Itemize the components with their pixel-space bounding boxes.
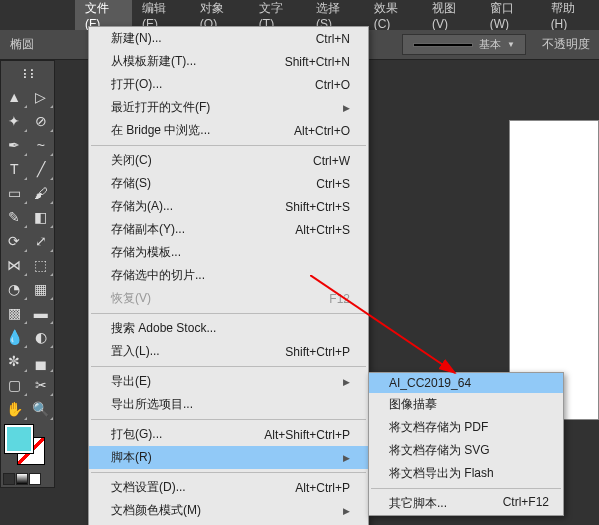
shaper-tool[interactable]: ✎ (1, 205, 28, 229)
menu-separator (91, 313, 366, 314)
file-menu-item[interactable]: 导出(E)▶ (89, 370, 368, 393)
toolbox: ⫶⫶ ▲ ▷ ✦ ⊘ ✒ ~ T ╱ ▭ 🖌 ✎ ◧ ⟳ ⤢ ⋈ ⬚ ◔ ▦ ▩… (0, 60, 55, 488)
mesh-tool[interactable]: ▩ (1, 301, 28, 325)
selection-tool[interactable]: ▲ (1, 85, 28, 109)
symbol-sprayer-tool[interactable]: ✼ (1, 349, 28, 373)
fill-color-swatch[interactable] (5, 425, 33, 453)
toolbox-grip[interactable]: ⫶⫶ (1, 61, 54, 85)
file-menu-item[interactable]: 最近打开的文件(F)▶ (89, 96, 368, 119)
file-menu-item[interactable]: 关闭(C)Ctrl+W (89, 149, 368, 172)
color-mode-icon[interactable] (3, 473, 15, 485)
opacity-label: 不透明度 (542, 36, 590, 53)
artboard-tool[interactable]: ▢ (1, 373, 28, 397)
slice-tool[interactable]: ✂ (28, 373, 55, 397)
fill-stroke-swatches[interactable] (5, 425, 50, 467)
blend-tool[interactable]: ◐ (28, 325, 55, 349)
file-menu-item[interactable]: 打开(O)...Ctrl+O (89, 73, 368, 96)
paintbrush-tool[interactable]: 🖌 (28, 181, 55, 205)
line-tool[interactable]: ╱ (28, 157, 55, 181)
free-transform-tool[interactable]: ⬚ (28, 253, 55, 277)
file-menu-item[interactable]: 文档设置(D)...Alt+Ctrl+P (89, 476, 368, 499)
file-menu-dropdown: 新建(N)...Ctrl+N从模板新建(T)...Shift+Ctrl+N打开(… (88, 26, 369, 525)
rotate-tool[interactable]: ⟳ (1, 229, 28, 253)
file-menu-item[interactable]: 置入(L)...Shift+Ctrl+P (89, 340, 368, 363)
type-tool[interactable]: T (1, 157, 28, 181)
eyedropper-tool[interactable]: 💧 (1, 325, 28, 349)
file-menu-item[interactable]: 存储副本(Y)...Alt+Ctrl+S (89, 218, 368, 241)
menu-separator (91, 145, 366, 146)
gradient-mode-icon[interactable] (16, 473, 28, 485)
file-menu-item[interactable]: 从模板新建(T)...Shift+Ctrl+N (89, 50, 368, 73)
submenu-arrow-icon: ▶ (343, 506, 350, 516)
stroke-style-dropdown[interactable]: 基本 ▼ (402, 34, 526, 55)
pen-tool[interactable]: ✒ (1, 133, 28, 157)
submenu-arrow-icon: ▶ (343, 377, 350, 387)
submenu-arrow-icon: ▶ (343, 453, 350, 463)
file-menu-item[interactable]: 新建(N)...Ctrl+N (89, 27, 368, 50)
submenu-arrow-icon: ▶ (343, 103, 350, 113)
shape-label: 椭圆 (10, 36, 34, 53)
eraser-tool[interactable]: ◧ (28, 205, 55, 229)
graph-tool[interactable]: ▄ (28, 349, 55, 373)
gradient-tool[interactable]: ▬ (28, 301, 55, 325)
zoom-tool[interactable]: 🔍 (28, 397, 55, 421)
lasso-tool[interactable]: ⊘ (28, 109, 55, 133)
script-submenu-item[interactable]: 将文档存储为 SVG (369, 439, 563, 462)
direct-selection-tool[interactable]: ▷ (28, 85, 55, 109)
chevron-down-icon: ▼ (507, 40, 515, 49)
none-mode-icon[interactable] (29, 473, 41, 485)
script-submenu-item[interactable]: 其它脚本...Ctrl+F12 (369, 492, 563, 515)
menu-view[interactable]: 视图(V) (422, 0, 480, 34)
file-menu-item[interactable]: 打包(G)...Alt+Shift+Ctrl+P (89, 423, 368, 446)
script-submenu-item[interactable]: AI_CC2019_64 (369, 373, 563, 393)
menu-bar: 文件(F) 编辑(E) 对象(O) 文字(T) 选择(S) 效果(C) 视图(V… (0, 4, 599, 26)
menu-effect[interactable]: 效果(C) (364, 0, 422, 34)
perspective-tool[interactable]: ▦ (28, 277, 55, 301)
file-menu-item[interactable]: 存储为模板... (89, 241, 368, 264)
magic-wand-tool[interactable]: ✦ (1, 109, 28, 133)
file-menu-item[interactable]: 导出所选项目... (89, 393, 368, 416)
stroke-preview (413, 43, 473, 47)
shape-builder-tool[interactable]: ◔ (1, 277, 28, 301)
menu-window[interactable]: 窗口(W) (480, 0, 541, 34)
script-submenu: AI_CC2019_64图像描摹将文档存储为 PDF将文档存储为 SVG将文档导… (368, 372, 564, 516)
file-menu-item[interactable]: 脚本(R)▶ (89, 446, 368, 469)
file-menu-item[interactable]: 存储选中的切片... (89, 264, 368, 287)
file-menu-item: 恢复(V)F12 (89, 287, 368, 310)
scale-tool[interactable]: ⤢ (28, 229, 55, 253)
menu-separator (371, 488, 561, 489)
file-menu-item[interactable]: 在 Bridge 中浏览...Alt+Ctrl+O (89, 119, 368, 142)
rectangle-tool[interactable]: ▭ (1, 181, 28, 205)
script-submenu-item[interactable]: 图像描摹 (369, 393, 563, 416)
file-menu-item[interactable]: 文档颜色模式(M)▶ (89, 499, 368, 522)
menu-separator (91, 419, 366, 420)
file-menu-item[interactable]: 搜索 Adobe Stock... (89, 317, 368, 340)
width-tool[interactable]: ⋈ (1, 253, 28, 277)
hand-tool[interactable]: ✋ (1, 397, 28, 421)
script-submenu-item[interactable]: 将文档导出为 Flash (369, 462, 563, 485)
menu-separator (91, 472, 366, 473)
menu-separator (91, 366, 366, 367)
file-menu-item[interactable]: 存储(S)Ctrl+S (89, 172, 368, 195)
file-menu-item[interactable]: 存储为(A)...Shift+Ctrl+S (89, 195, 368, 218)
curvature-tool[interactable]: ~ (28, 133, 55, 157)
script-submenu-item[interactable]: 将文档存储为 PDF (369, 416, 563, 439)
menu-help[interactable]: 帮助(H) (541, 0, 599, 34)
